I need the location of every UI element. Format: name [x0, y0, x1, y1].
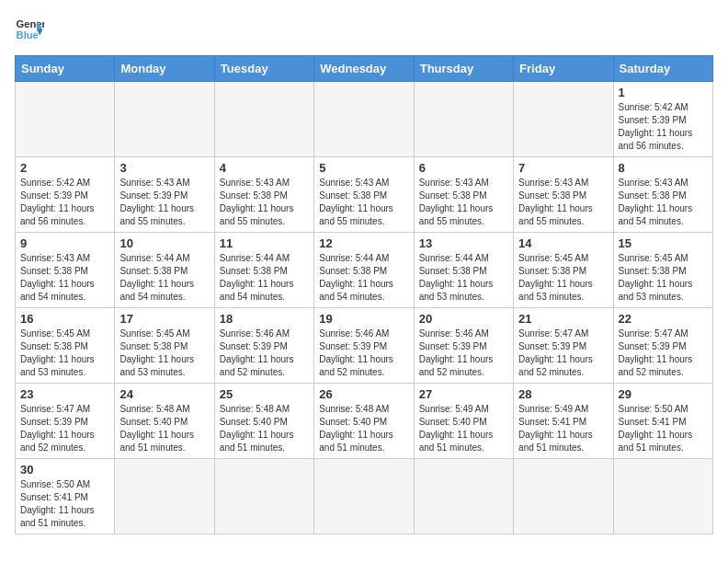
calendar-cell: 13Sunrise: 5:44 AMSunset: 5:38 PMDayligh… [414, 233, 513, 308]
day-number: 13 [419, 236, 508, 250]
calendar-cell: 2Sunrise: 5:42 AMSunset: 5:39 PMDaylight… [16, 157, 115, 233]
day-number: 9 [20, 236, 109, 250]
day-number: 14 [518, 236, 608, 250]
day-info: Sunrise: 5:46 AMSunset: 5:39 PMDaylight:… [220, 327, 309, 379]
day-number: 3 [119, 161, 209, 175]
day-number: 28 [518, 387, 608, 401]
day-number: 4 [220, 161, 309, 175]
day-info: Sunrise: 5:43 AMSunset: 5:38 PMDaylight:… [20, 252, 109, 304]
weekday-header-thursday: Thursday [414, 56, 513, 82]
day-info: Sunrise: 5:43 AMSunset: 5:38 PMDaylight:… [518, 177, 608, 228]
calendar-week-row: 1Sunrise: 5:42 AMSunset: 5:39 PMDaylight… [16, 82, 713, 157]
calendar-cell: 26Sunrise: 5:48 AMSunset: 5:40 PMDayligh… [314, 384, 414, 459]
day-info: Sunrise: 5:48 AMSunset: 5:40 PMDaylight:… [119, 403, 209, 454]
calendar-cell: 30Sunrise: 5:50 AMSunset: 5:41 PMDayligh… [16, 459, 115, 534]
calendar-cell: 12Sunrise: 5:44 AMSunset: 5:38 PMDayligh… [314, 233, 414, 308]
calendar-week-row: 16Sunrise: 5:45 AMSunset: 5:38 PMDayligh… [16, 308, 713, 384]
calendar-cell: 15Sunrise: 5:45 AMSunset: 5:38 PMDayligh… [613, 233, 712, 308]
calendar-cell [16, 82, 115, 157]
day-number: 18 [220, 312, 309, 326]
day-info: Sunrise: 5:46 AMSunset: 5:39 PMDaylight:… [419, 327, 508, 379]
day-info: Sunrise: 5:47 AMSunset: 5:39 PMDaylight:… [20, 403, 109, 454]
day-number: 10 [119, 236, 209, 250]
day-number: 2 [20, 161, 109, 175]
day-info: Sunrise: 5:43 AMSunset: 5:38 PMDaylight:… [220, 177, 309, 228]
calendar-cell: 10Sunrise: 5:44 AMSunset: 5:38 PMDayligh… [115, 233, 214, 308]
day-info: Sunrise: 5:45 AMSunset: 5:38 PMDaylight:… [518, 252, 608, 304]
day-number: 5 [319, 161, 408, 175]
day-number: 15 [619, 236, 708, 250]
day-number: 29 [619, 387, 708, 401]
weekday-header-tuesday: Tuesday [214, 56, 313, 82]
calendar-cell [314, 459, 414, 534]
calendar-cell: 6Sunrise: 5:43 AMSunset: 5:38 PMDaylight… [414, 157, 513, 233]
calendar-cell [214, 82, 313, 157]
calendar-cell: 18Sunrise: 5:46 AMSunset: 5:39 PMDayligh… [214, 308, 313, 384]
day-number: 21 [518, 312, 608, 326]
calendar-cell [115, 82, 214, 157]
day-info: Sunrise: 5:49 AMSunset: 5:40 PMDaylight:… [419, 403, 508, 454]
weekday-header-sunday: Sunday [16, 56, 115, 82]
day-info: Sunrise: 5:43 AMSunset: 5:38 PMDaylight:… [619, 177, 708, 228]
day-number: 8 [619, 161, 708, 175]
logo: General Blue [15, 15, 44, 44]
calendar-cell: 27Sunrise: 5:49 AMSunset: 5:40 PMDayligh… [414, 384, 513, 459]
day-info: Sunrise: 5:42 AMSunset: 5:39 PMDaylight:… [619, 101, 708, 153]
calendar-table: SundayMondayTuesdayWednesdayThursdayFrid… [15, 55, 713, 534]
weekday-header-friday: Friday [514, 56, 613, 82]
day-info: Sunrise: 5:50 AMSunset: 5:41 PMDaylight:… [20, 478, 109, 530]
day-info: Sunrise: 5:46 AMSunset: 5:39 PMDaylight:… [319, 327, 408, 379]
day-number: 7 [518, 161, 608, 175]
day-info: Sunrise: 5:44 AMSunset: 5:38 PMDaylight:… [119, 252, 209, 304]
calendar-cell: 3Sunrise: 5:43 AMSunset: 5:39 PMDaylight… [115, 157, 214, 233]
day-info: Sunrise: 5:50 AMSunset: 5:41 PMDaylight:… [619, 403, 708, 454]
day-number: 12 [319, 236, 408, 250]
calendar-cell: 28Sunrise: 5:49 AMSunset: 5:41 PMDayligh… [514, 384, 613, 459]
day-number: 17 [119, 312, 209, 326]
weekday-header-saturday: Saturday [613, 56, 712, 82]
day-info: Sunrise: 5:43 AMSunset: 5:38 PMDaylight:… [319, 177, 408, 228]
calendar-cell: 29Sunrise: 5:50 AMSunset: 5:41 PMDayligh… [613, 384, 712, 459]
day-number: 11 [220, 236, 309, 250]
calendar-cell [314, 82, 414, 157]
calendar-week-row: 2Sunrise: 5:42 AMSunset: 5:39 PMDaylight… [16, 157, 713, 233]
day-info: Sunrise: 5:49 AMSunset: 5:41 PMDaylight:… [518, 403, 608, 454]
day-number: 25 [220, 387, 309, 401]
day-info: Sunrise: 5:42 AMSunset: 5:39 PMDaylight:… [20, 177, 109, 228]
calendar-cell [514, 459, 613, 534]
calendar-week-row: 30Sunrise: 5:50 AMSunset: 5:41 PMDayligh… [16, 459, 713, 534]
day-info: Sunrise: 5:44 AMSunset: 5:38 PMDaylight:… [419, 252, 508, 304]
calendar-cell: 20Sunrise: 5:46 AMSunset: 5:39 PMDayligh… [414, 308, 513, 384]
calendar-cell: 25Sunrise: 5:48 AMSunset: 5:40 PMDayligh… [214, 384, 313, 459]
calendar-cell: 1Sunrise: 5:42 AMSunset: 5:39 PMDaylight… [613, 82, 712, 157]
day-number: 23 [20, 387, 109, 401]
day-number: 24 [119, 387, 209, 401]
calendar-cell [613, 459, 712, 534]
calendar-week-row: 9Sunrise: 5:43 AMSunset: 5:38 PMDaylight… [16, 233, 713, 308]
calendar-cell: 22Sunrise: 5:47 AMSunset: 5:39 PMDayligh… [613, 308, 712, 384]
logo-icon: General Blue [15, 15, 44, 44]
day-info: Sunrise: 5:45 AMSunset: 5:38 PMDaylight:… [619, 252, 708, 304]
weekday-header-wednesday: Wednesday [314, 56, 414, 82]
svg-text:Blue: Blue [17, 29, 39, 40]
day-info: Sunrise: 5:47 AMSunset: 5:39 PMDaylight:… [619, 327, 708, 379]
day-number: 22 [619, 312, 708, 326]
calendar-cell: 23Sunrise: 5:47 AMSunset: 5:39 PMDayligh… [16, 384, 115, 459]
day-info: Sunrise: 5:45 AMSunset: 5:38 PMDaylight:… [119, 327, 209, 379]
calendar-cell [115, 459, 214, 534]
day-info: Sunrise: 5:48 AMSunset: 5:40 PMDaylight:… [319, 403, 408, 454]
day-info: Sunrise: 5:44 AMSunset: 5:38 PMDaylight:… [319, 252, 408, 304]
calendar-cell: 14Sunrise: 5:45 AMSunset: 5:38 PMDayligh… [514, 233, 613, 308]
day-info: Sunrise: 5:47 AMSunset: 5:39 PMDaylight:… [518, 327, 608, 379]
day-number: 27 [419, 387, 508, 401]
calendar-week-row: 23Sunrise: 5:47 AMSunset: 5:39 PMDayligh… [16, 384, 713, 459]
day-number: 26 [319, 387, 408, 401]
day-number: 30 [20, 463, 109, 477]
calendar-cell: 7Sunrise: 5:43 AMSunset: 5:38 PMDaylight… [514, 157, 613, 233]
calendar-cell: 17Sunrise: 5:45 AMSunset: 5:38 PMDayligh… [115, 308, 214, 384]
page-header: General Blue [15, 15, 713, 44]
calendar-cell [214, 459, 313, 534]
day-info: Sunrise: 5:48 AMSunset: 5:40 PMDaylight:… [220, 403, 309, 454]
calendar-cell: 8Sunrise: 5:43 AMSunset: 5:38 PMDaylight… [613, 157, 712, 233]
calendar-cell: 16Sunrise: 5:45 AMSunset: 5:38 PMDayligh… [16, 308, 115, 384]
